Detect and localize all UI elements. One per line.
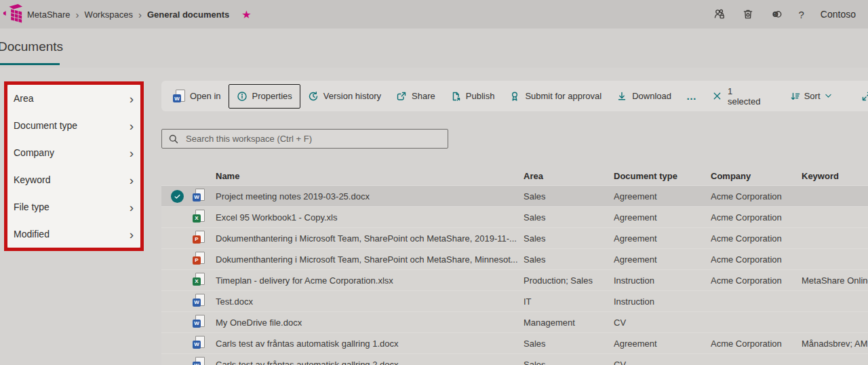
column-header-keyword[interactable]: Keyword <box>802 171 868 181</box>
document-name[interactable]: Test.docx <box>216 296 524 307</box>
chevron-right-icon: › <box>130 147 134 159</box>
workspace-search <box>161 129 448 149</box>
cell-keyword: MetaShare Online <box>802 275 868 286</box>
info-icon <box>237 91 248 102</box>
table-row[interactable]: P Dokumenthantering i Microsoft Team, Sh… <box>161 248 868 269</box>
tenant-account-name[interactable]: Contoso <box>821 9 856 20</box>
permissions-people-icon[interactable] <box>713 8 726 20</box>
page-title: Documents <box>0 39 63 54</box>
filter-label: Area <box>14 93 34 104</box>
share-button[interactable]: Share <box>389 85 443 108</box>
selected-check-icon[interactable] <box>171 190 184 203</box>
properties-button[interactable]: Properties <box>229 84 300 109</box>
publish-button[interactable]: Publish <box>443 85 502 108</box>
favorite-star-icon[interactable]: ★ <box>241 8 251 21</box>
column-header-document-type[interactable]: Document type <box>614 171 711 181</box>
recycle-bin-icon[interactable] <box>742 8 754 20</box>
documents-list: W Project meeting notes 2019-03-25.docx … <box>161 185 868 365</box>
active-tab-underline <box>0 63 60 65</box>
table-row[interactable]: W Project meeting notes 2019-03-25.docx … <box>161 185 868 206</box>
more-icon: … <box>686 90 697 102</box>
topbar-actions: 5 ? Contoso <box>713 8 856 20</box>
filter-label: Modified <box>14 229 50 239</box>
button-label: Publish <box>466 91 495 101</box>
filter-item-file-type[interactable]: File type › <box>7 193 140 220</box>
document-name[interactable]: Carls test av fråntas automatisk gallrin… <box>216 339 524 349</box>
top-bar: MetaShare › Workspaces › General documen… <box>0 0 868 28</box>
publish-icon <box>450 91 461 102</box>
filter-item-modified[interactable]: Modified › <box>7 220 140 248</box>
table-row[interactable]: X Timeplan - delivery for Acme Corporati… <box>161 269 868 290</box>
table-row[interactable]: P Dokumenthantering i Microsoft Team, Sh… <box>161 227 868 248</box>
button-label: Open in <box>190 91 221 101</box>
chevron-down-icon <box>824 92 833 100</box>
metashare-logo-icon[interactable] <box>3 3 23 25</box>
cell-document-type: Agreement <box>614 191 711 201</box>
share-icon <box>396 91 407 102</box>
document-name[interactable]: Dokumenthantering i Microsoft Team, Shar… <box>216 233 524 244</box>
version-history-button[interactable]: Version history <box>300 85 389 108</box>
cell-company: Acme Corporation <box>711 212 802 223</box>
cell-area: Sales <box>524 360 614 365</box>
filter-label: Company <box>14 147 54 158</box>
filter-item-document-type[interactable]: Document type › <box>7 112 140 139</box>
filter-item-company[interactable]: Company › <box>7 139 140 166</box>
open-in-button[interactable]: W Open in <box>165 85 229 108</box>
chevron-right-icon: › <box>130 228 134 241</box>
clear-selection-button[interactable] <box>705 85 725 108</box>
document-name[interactable]: My OneDrive file.docx <box>216 318 524 328</box>
search-icon <box>168 134 179 145</box>
cell-keyword: Månadsbrev; AML <box>802 339 868 349</box>
search-input[interactable] <box>184 133 448 145</box>
column-header-area[interactable]: Area <box>524 171 614 181</box>
breadcrumb-separator-icon: › <box>138 9 142 20</box>
cell-document-type: CV <box>614 318 711 328</box>
word-file-icon: W <box>193 294 205 307</box>
powerpoint-file-icon: P <box>193 252 205 265</box>
submit-for-approval-button[interactable]: Submit for approval <box>502 85 609 108</box>
sort-label: Sort <box>804 91 821 101</box>
cell-area: Sales <box>524 212 614 223</box>
filter-item-area[interactable]: Area › <box>7 85 140 112</box>
table-row[interactable]: W Test.docx IT Instruction <box>161 290 868 311</box>
breadcrumb-workspaces[interactable]: Workspaces <box>85 9 133 20</box>
cell-area: Sales <box>524 191 614 201</box>
document-name[interactable]: Dokumenthantering i Microsoft Team, Shar… <box>216 254 524 265</box>
sort-button[interactable]: Sort <box>783 85 840 108</box>
dynamics-apps-icon[interactable]: 5 <box>770 8 783 20</box>
table-row[interactable]: W My OneDrive file.docx Management CV <box>161 311 868 332</box>
document-name[interactable]: Carls test av fråntas automatisk gallrin… <box>216 360 524 365</box>
chevron-right-icon: › <box>130 201 134 214</box>
cell-area: Sales <box>524 233 614 244</box>
filter-label: Keyword <box>14 174 50 185</box>
history-icon <box>308 91 319 102</box>
cell-document-type: Agreement <box>614 233 711 244</box>
filter-item-keyword[interactable]: Keyword › <box>7 166 140 193</box>
breadcrumb-metashare[interactable]: MetaShare <box>27 9 71 20</box>
filters-panel: Area › Document type › Company › Keyword… <box>7 85 140 248</box>
word-file-icon: W <box>193 189 205 201</box>
more-commands-button[interactable]: … <box>679 85 705 108</box>
table-row[interactable]: W Carls test av fråntas automatisk gallr… <box>161 353 868 365</box>
table-header: Name Area Document type Company Keyword <box>161 167 868 185</box>
column-header-company[interactable]: Company <box>711 171 802 181</box>
cell-company: Acme Corporation <box>711 275 802 286</box>
document-name[interactable]: Excel 95 Workbook1 - Copy.xls <box>216 212 524 223</box>
cell-document-type: Instruction <box>614 296 711 307</box>
selection-controls: 1 selected Sort <box>705 85 868 108</box>
document-name[interactable]: Timeplan - delivery for Acme Corporation… <box>216 275 524 286</box>
help-icon[interactable]: ? <box>799 9 804 20</box>
powerpoint-file-icon: P <box>193 231 205 244</box>
document-name[interactable]: Project meeting notes 2019-03-25.docx <box>216 191 524 201</box>
metashare-app-window: MetaShare › Workspaces › General documen… <box>0 0 868 365</box>
button-label: Version history <box>323 91 381 101</box>
filter-label: File type <box>14 201 50 212</box>
table-row[interactable]: W Carls test av fråntas automatisk gallr… <box>161 332 868 353</box>
table-row[interactable]: X Excel 95 Workbook1 - Copy.xls Sales Ag… <box>161 206 868 227</box>
word-file-icon: W <box>193 357 205 365</box>
command-bar: W Open in Properties Version history Sha… <box>161 81 868 111</box>
column-header-name[interactable]: Name <box>216 171 524 181</box>
breadcrumb-separator-icon: › <box>76 9 79 20</box>
expand-fullscreen-button[interactable] <box>859 85 868 108</box>
download-button[interactable]: Download <box>609 85 679 108</box>
